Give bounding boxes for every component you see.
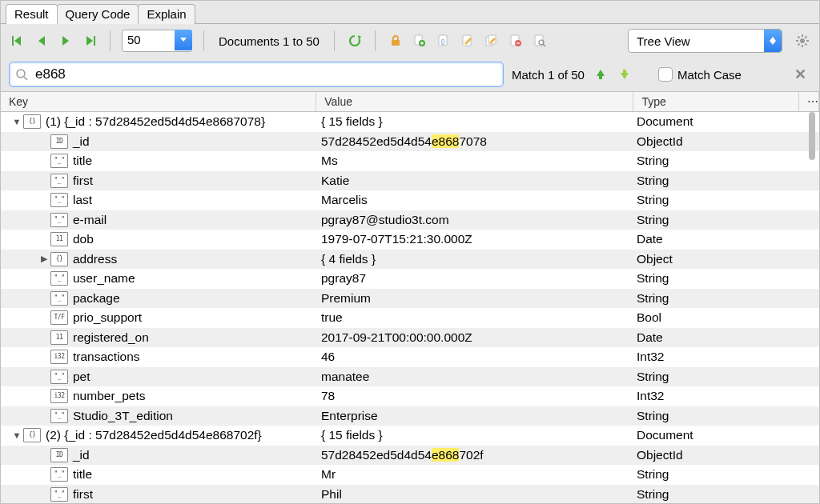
table-row[interactable]: "_"e-mailpgray87@studio3t.comString	[1, 210, 819, 230]
table-row[interactable]: "_"firstPhilString	[1, 485, 819, 504]
field-type-icon: "_"	[50, 193, 68, 207]
table-row[interactable]: ▼{}(1) {_id : 57d28452ed5d4d54e8687078}{…	[1, 112, 819, 132]
expand-icon[interactable]: ▼	[12, 430, 22, 440]
expand-icon[interactable]: ▶	[39, 254, 49, 264]
value-cell: true	[315, 310, 630, 325]
table-row[interactable]: 11dob1979-07-07T15:21:30.000ZDate	[1, 230, 819, 250]
column-header-type[interactable]: Type	[633, 92, 799, 111]
table-row[interactable]: "_"titleMrString	[1, 465, 819, 485]
grid-header: Key Value Type ⋯	[1, 91, 819, 112]
view-document-button[interactable]: {}	[435, 32, 452, 50]
separator	[334, 30, 335, 51]
svg-point-23	[17, 70, 25, 78]
value-cell: 2017-09-21T00:00:00.000Z	[315, 330, 630, 345]
match-case-label: Match Case	[677, 68, 742, 82]
key-label: title	[73, 154, 92, 168]
svg-marker-21	[770, 41, 776, 45]
type-cell: Date	[630, 232, 790, 246]
next-page-button[interactable]	[57, 30, 74, 51]
separator	[203, 30, 204, 51]
svg-rect-25	[599, 75, 602, 79]
svg-rect-0	[12, 36, 14, 46]
type-cell: String	[630, 271, 790, 286]
refresh-button[interactable]	[346, 32, 364, 50]
table-row[interactable]: i32transactions46Int32	[1, 347, 819, 367]
add-document-button[interactable]	[411, 32, 428, 50]
svg-marker-6	[180, 38, 187, 42]
value-cell: Katie	[315, 174, 630, 188]
table-row[interactable]: ID_id57d28452ed5d4d54e8687078ObjectId	[1, 132, 819, 152]
edit-document-button[interactable]	[459, 32, 476, 50]
key-label: number_pets	[73, 389, 145, 403]
view-mode-select[interactable]: Tree View	[628, 29, 782, 53]
field-type-icon: 11	[50, 330, 68, 345]
key-label: title	[73, 467, 92, 482]
first-page-button[interactable]	[9, 30, 26, 51]
find-in-documents-button[interactable]	[531, 32, 549, 50]
column-header-key[interactable]: Key	[1, 92, 316, 111]
value-cell: Mr	[315, 467, 630, 482]
value-cell: { 15 fields }	[315, 428, 630, 442]
scrollbar-thumb[interactable]	[809, 112, 815, 160]
page-size-select[interactable]: 50	[122, 30, 192, 52]
tab-label: Result	[14, 7, 49, 21]
table-row[interactable]: "_"firstKatieString	[1, 171, 819, 191]
search-input[interactable]	[9, 62, 504, 87]
svg-marker-4	[86, 36, 93, 46]
table-row[interactable]: T/Fprio_supporttrueBool	[1, 308, 819, 328]
prev-page-button[interactable]	[33, 30, 50, 51]
table-row[interactable]: "_"titleMsString	[1, 151, 819, 171]
field-type-icon: "_"	[50, 291, 68, 306]
prev-match-button[interactable]	[593, 66, 609, 82]
key-label: transactions	[73, 350, 140, 364]
delete-document-button[interactable]	[507, 32, 525, 50]
view-mode-value: Tree View	[637, 34, 690, 48]
column-header-value[interactable]: Value	[316, 92, 633, 111]
table-row[interactable]: 11registered_on2017-09-21T00:00:00.000ZD…	[1, 328, 819, 348]
value-cell: pgray87	[315, 271, 630, 286]
key-label: e-mail	[73, 213, 107, 227]
svg-rect-8	[392, 40, 400, 46]
table-row[interactable]: "_"lastMarcelisString	[1, 190, 819, 210]
search-icon	[15, 68, 28, 81]
type-cell: Int32	[630, 350, 790, 364]
lock-icon[interactable]	[387, 32, 404, 50]
match-case-checkbox[interactable]: Match Case	[658, 67, 742, 82]
table-row[interactable]: ▼{}(2) {_id : 57d28452ed5d4d54e868702f}{…	[1, 426, 819, 446]
last-page-button[interactable]	[81, 30, 98, 51]
table-row[interactable]: "_"packagePremiumString	[1, 289, 819, 309]
table-row[interactable]: ID_id57d28452ed5d4d54e868702fObjectId	[1, 446, 819, 466]
svg-point-22	[800, 38, 805, 43]
search-highlight: e868	[432, 134, 459, 148]
next-match-button[interactable]	[617, 66, 633, 82]
field-type-icon: "_"	[50, 487, 68, 502]
type-cell: Object	[630, 252, 790, 266]
tab-result[interactable]: Result	[6, 4, 58, 24]
field-type-icon: {}	[23, 114, 41, 129]
search-bar: Match 1 of 50 Match Case ✕	[1, 58, 819, 91]
type-cell: String	[630, 213, 790, 227]
tab-query-code[interactable]: Query Code	[57, 4, 139, 24]
close-search-button[interactable]: ✕	[790, 64, 811, 85]
tab-explain[interactable]: Explain	[138, 4, 195, 24]
field-type-icon: "_"	[50, 271, 68, 286]
key-label: user_name	[73, 271, 135, 286]
value-cell: pgray87@studio3t.com	[315, 213, 630, 227]
svg-marker-1	[14, 36, 21, 46]
table-row[interactable]: "_"petmanateeString	[1, 367, 819, 387]
field-type-icon: {}	[50, 252, 68, 266]
settings-button[interactable]	[794, 32, 811, 50]
key-label: registered_on	[73, 330, 149, 345]
table-row[interactable]: i32number_pets78Int32	[1, 386, 819, 406]
table-row[interactable]: "_"Studio_3T_editionEnterpriseString	[1, 406, 819, 426]
tab-label: Explain	[147, 7, 186, 21]
table-row[interactable]: ▶{}address{ 4 fields }Object	[1, 250, 819, 270]
scrollbar[interactable]	[806, 112, 818, 503]
expand-icon[interactable]: ▼	[12, 117, 22, 126]
type-cell: String	[630, 174, 790, 188]
type-cell: String	[630, 193, 790, 207]
table-row[interactable]: "_"user_namepgray87String	[1, 269, 819, 289]
grid-body: ▼{}(1) {_id : 57d28452ed5d4d54e8687078}{…	[1, 112, 819, 503]
edit-documents-button[interactable]	[483, 32, 500, 50]
value-cell: Phil	[315, 487, 630, 502]
